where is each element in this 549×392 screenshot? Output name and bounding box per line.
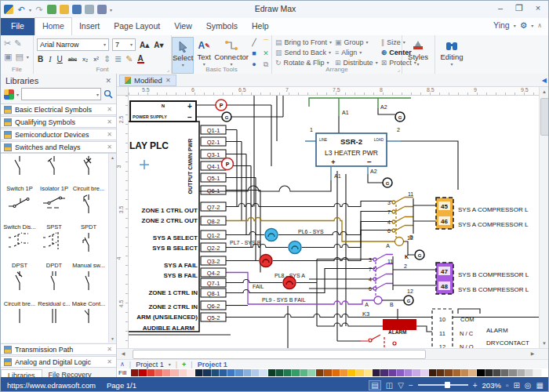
paste-dropdown-icon[interactable]: ▾ [27, 54, 29, 60]
font-size-select[interactable]: 7▾ [112, 38, 136, 51]
grid-icon[interactable]: ▦ [536, 381, 544, 390]
align-button[interactable]: ≡Align▾ [335, 47, 378, 57]
send-to-back-button[interactable]: ▥Send to Back▾ [275, 47, 332, 57]
palette-swatch[interactable] [356, 369, 364, 376]
view-page-icon[interactable]: ◫ [386, 381, 393, 390]
palette-swatch[interactable] [212, 369, 220, 376]
library-close-icon[interactable]: ✕ [107, 131, 112, 138]
palette-swatch[interactable] [260, 369, 267, 376]
zoom-level[interactable]: 203% [482, 381, 501, 390]
library-close-icon[interactable]: ✕ [107, 143, 112, 151]
palette-swatch[interactable] [453, 369, 461, 376]
scroll-left-icon[interactable]: ◀ [118, 349, 128, 358]
terminal-box-47-48[interactable]: 47 48 [436, 263, 453, 294]
symbol-circuit-breaker[interactable]: Circuit bre... [71, 154, 106, 192]
account-dropdown-icon[interactable]: ▾ [514, 23, 516, 28]
symbol-manual-switch[interactable]: Manual sw... [71, 230, 106, 269]
symbol-make-contact[interactable]: Make Cont... [71, 269, 106, 307]
terminal-g-1[interactable]: G [222, 112, 231, 122]
bring-to-front-button[interactable]: ▤Bring to Front▾ [275, 37, 332, 47]
symbol-spdt[interactable]: SPDT [71, 192, 106, 230]
palette-swatch[interactable] [163, 369, 171, 376]
save-as-icon[interactable] [97, 5, 107, 14]
palette-swatch[interactable] [276, 369, 284, 376]
copy-icon[interactable]: ▤ [15, 52, 23, 62]
palette-swatch[interactable] [244, 369, 252, 376]
collapse-pane-icon[interactable]: ∧ [120, 361, 125, 368]
strikethrough-button[interactable]: abc [67, 56, 78, 62]
vertical-scroll-thumb[interactable] [540, 98, 549, 136]
relay-coil-sys-a[interactable]: A B K [386, 234, 414, 260]
palette-swatch[interactable] [180, 369, 187, 376]
rectangle-tool-icon[interactable]: ■ [249, 49, 260, 59]
active-page-label[interactable]: Project 1 [198, 361, 227, 368]
palette-swatch[interactable] [220, 369, 227, 376]
terminal-p-2[interactable]: P [222, 158, 234, 170]
page-tab-project1[interactable]: Project 1 [136, 361, 164, 368]
import-icon[interactable] [47, 5, 56, 14]
open-folder-icon[interactable] [60, 5, 69, 14]
shrink-font-icon[interactable]: A▾ [153, 41, 164, 49]
save-icon[interactable] [72, 5, 82, 14]
palette-swatch[interactable] [405, 369, 413, 376]
customize-toolbar-icon[interactable]: ▾ [110, 7, 112, 13]
palette-swatch[interactable] [373, 369, 380, 376]
palette-swatch[interactable] [485, 369, 493, 376]
tab-help[interactable]: Help [245, 18, 276, 35]
collapse-ribbon-icon[interactable]: ∧ [537, 22, 542, 29]
palette-swatch[interactable] [413, 369, 420, 376]
pilot-lamp-pl7[interactable] [289, 241, 301, 254]
font-name-select[interactable]: Arial Narrow▾ [37, 38, 109, 51]
library-close-icon[interactable]: ✕ [107, 346, 112, 353]
palette-swatch[interactable] [509, 369, 517, 376]
relay-contacts-sys-a[interactable]: 3 7 4 6 11 12 [387, 191, 436, 241]
document-tab-modified[interactable]: Modified ✕ [119, 74, 176, 86]
library-menu-icon[interactable] [4, 89, 14, 100]
palette-swatch[interactable] [469, 369, 477, 376]
redo-icon[interactable]: ↷ [35, 5, 44, 14]
undo-icon[interactable]: ↶ [16, 5, 26, 14]
relay-contacts-sys-b[interactable]: 3 7 4 6 11 2 12 [369, 255, 436, 297]
tab-page-layout[interactable]: Page Layout [107, 18, 167, 35]
symbol-spst[interactable]: SPST [37, 192, 71, 230]
palette-swatch[interactable] [525, 369, 533, 376]
undo-dropdown-icon[interactable]: ▾ [29, 7, 31, 13]
palette-swatch[interactable] [147, 369, 155, 376]
pilot-lamp-pl8[interactable] [260, 255, 272, 267]
library-close-icon[interactable]: ✕ [107, 118, 112, 125]
palette-swatch[interactable] [518, 369, 525, 376]
terminal-g-2[interactable]: G [383, 178, 392, 187]
scroll-down-icon[interactable]: ▼ [539, 339, 549, 348]
palette-swatch[interactable] [284, 369, 292, 376]
font-dialog-launcher[interactable]: ⌟ [167, 67, 169, 73]
tab-view[interactable]: View [167, 18, 199, 35]
palette-swatch[interactable] [195, 369, 203, 376]
line-spacing-icon[interactable]: ⇕ [104, 54, 111, 64]
palette-swatch[interactable] [437, 369, 445, 376]
symbols-scrollbar[interactable]: ▲ ▼ [108, 154, 116, 343]
diagram-canvas[interactable]: N POWER SUPPLY + − P G LAY PLC OUTPUT CM… [129, 96, 539, 348]
palette-swatch[interactable] [461, 369, 469, 376]
zoom-slider[interactable] [418, 384, 468, 386]
view-normal-icon[interactable]: ▤ [369, 380, 380, 390]
symbol-switch-1p[interactable]: Switch 1P [2, 154, 37, 192]
palette-swatch[interactable] [493, 369, 501, 376]
symbol-dpst[interactable]: DPST [2, 230, 37, 269]
library-group-basic-electrical[interactable]: Basic Electrical Symbols✕ [1, 103, 116, 115]
relay-coil-sys-b[interactable]: A B [365, 296, 404, 307]
plc-output-terminals[interactable]: Q1-1 Q2-1 Q3-1 Q4-1 Q5-1 Q6-1 [201, 125, 226, 194]
horizontal-scroll-thumb[interactable] [133, 350, 426, 359]
format-painter-icon[interactable]: ✎ [14, 38, 21, 49]
palette-swatch[interactable] [397, 369, 405, 376]
library-group-qualifying[interactable]: Qualifying Symbols✕ [1, 116, 116, 128]
library-group-transmission-path[interactable]: Transmission Path✕ [1, 343, 116, 355]
fit-page-icon[interactable]: ▫ [506, 381, 509, 390]
scroll-down-icon[interactable]: ▼ [109, 335, 116, 343]
grow-font-icon[interactable]: A▴ [139, 41, 150, 49]
tab-scroll-left-icon[interactable]: ◀ [542, 77, 547, 84]
output-column-label[interactable]: OUTPUT CMMN PWR [187, 139, 193, 194]
font-color-button[interactable]: A [137, 55, 144, 64]
symbol-dpdt[interactable]: DPDT [37, 230, 71, 269]
palette-swatch[interactable] [171, 369, 179, 376]
terminal-p-1[interactable]: P [216, 100, 227, 111]
